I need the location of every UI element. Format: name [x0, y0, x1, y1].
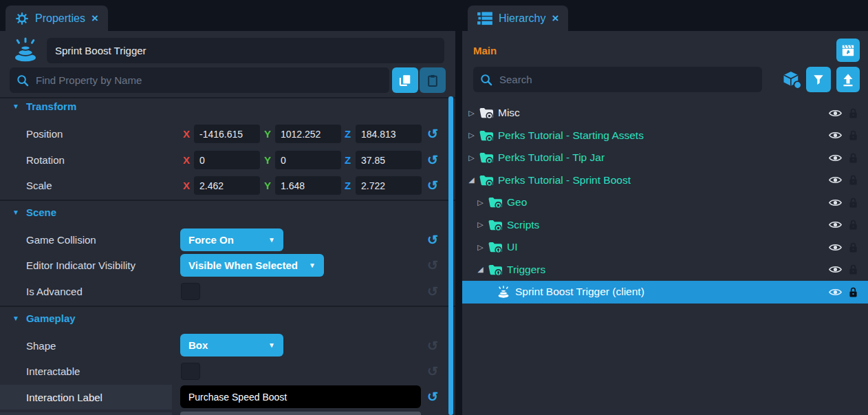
visibility-eye-icon[interactable]	[829, 243, 842, 252]
chevron-down-icon: ▼	[268, 341, 275, 349]
upload-arrow-icon	[841, 73, 855, 87]
hierarchy-list-icon	[477, 12, 492, 25]
position-z-input[interactable]	[356, 125, 422, 143]
reset-is-advanced-button[interactable]: ↺	[424, 282, 441, 301]
tree-row[interactable]: ▷Misc	[462, 102, 868, 125]
reset-interactable-button[interactable]: ↺	[424, 362, 441, 381]
tree-row[interactable]: ▷Perks Tutorial - Tip Jar	[462, 147, 868, 169]
folder-pin-icon	[488, 241, 502, 253]
rotation-z-input[interactable]	[356, 151, 422, 169]
editor-indicator-visibility-dropdown[interactable]: Visible When Selected ▼	[180, 254, 324, 277]
tree-item-label: Sprint Boost Trigger (client)	[515, 286, 644, 298]
close-icon[interactable]: ×	[552, 12, 558, 24]
tree-row[interactable]: ▷Geo	[462, 191, 868, 214]
gameplay-section-header[interactable]: ▼ Gameplay	[12, 311, 76, 325]
collapse-arrow-icon[interactable]: ◢	[466, 175, 477, 184]
folder-cube-icon	[479, 107, 493, 119]
reset-position-button[interactable]: ↺	[424, 125, 441, 143]
position-y-input[interactable]	[275, 125, 341, 143]
properties-scrollbar[interactable]	[448, 96, 453, 415]
tree-row[interactable]: Sprint Boost Trigger (client)	[462, 281, 868, 304]
visibility-eye-icon[interactable]	[829, 220, 842, 229]
lock-icon[interactable]	[849, 264, 858, 275]
visibility-eye-icon[interactable]	[829, 153, 842, 162]
property-search-input[interactable]	[34, 74, 382, 87]
lock-icon[interactable]	[849, 242, 858, 253]
interactable-checkbox[interactable]	[181, 363, 200, 380]
axis-z-label: Z	[345, 176, 356, 195]
scene-name-label: Main	[473, 45, 497, 56]
is-advanced-checkbox[interactable]	[181, 283, 200, 300]
collapse-arrow-icon[interactable]: ◢	[475, 265, 486, 274]
position-x-input[interactable]	[194, 125, 260, 143]
property-search	[10, 67, 389, 93]
lock-icon[interactable]	[849, 107, 858, 119]
paste-properties-button[interactable]	[420, 67, 446, 93]
section-divider	[0, 97, 455, 98]
rotation-label: Rotation	[26, 151, 65, 169]
cube-asset-icon[interactable]	[781, 70, 802, 89]
visibility-eye-icon[interactable]	[829, 198, 842, 207]
visibility-eye-icon[interactable]	[829, 175, 842, 184]
upload-button[interactable]	[836, 67, 860, 92]
expand-arrow-icon[interactable]: ▷	[466, 131, 477, 140]
close-icon[interactable]: ×	[91, 12, 98, 24]
reset-shape-button[interactable]: ↺	[424, 337, 441, 355]
lock-icon[interactable]	[849, 197, 858, 209]
filter-button[interactable]	[806, 67, 831, 92]
interaction-label-input[interactable]	[180, 385, 421, 408]
tab-hierarchy[interactable]: Hierarchy ×	[468, 6, 568, 31]
tree-row[interactable]: ▷Perks Tutorial - Starting Assets	[462, 125, 868, 147]
reset-editor-indicator-button[interactable]: ↺	[424, 256, 441, 275]
lock-icon[interactable]	[849, 129, 858, 141]
clapperboard-rocket-icon	[841, 43, 855, 57]
lock-icon[interactable]	[849, 174, 858, 186]
visibility-eye-icon[interactable]	[829, 288, 842, 297]
axis-x-label: X	[183, 176, 194, 195]
expand-arrow-icon[interactable]: ▷	[475, 220, 486, 229]
lock-icon[interactable]	[849, 219, 858, 231]
play-scene-button[interactable]	[836, 39, 860, 62]
scale-y-input[interactable]	[275, 176, 341, 195]
visibility-eye-icon[interactable]	[829, 131, 842, 140]
tree-item-label: Perks Tutorial - Sprint Boost	[498, 174, 631, 187]
reset-rotation-button[interactable]: ↺	[424, 151, 441, 169]
tree-row[interactable]: ▷Scripts	[462, 214, 868, 237]
axis-z-label: Z	[345, 151, 356, 169]
reset-interaction-label-button[interactable]: ↺	[424, 387, 441, 406]
axis-z-label: Z	[345, 125, 356, 143]
visibility-eye-icon[interactable]	[829, 109, 842, 118]
scene-section-header[interactable]: ▼ Scene	[12, 205, 56, 219]
reset-scale-button[interactable]: ↺	[424, 176, 441, 195]
folder-cube-icon	[488, 219, 502, 231]
tree-item-label: UI	[507, 241, 518, 253]
scale-z-input[interactable]	[356, 176, 422, 195]
tree-row[interactable]: ▷UI	[462, 236, 868, 259]
copy-properties-button[interactable]	[392, 67, 418, 93]
rotation-x-input[interactable]	[194, 151, 260, 169]
folder-cube-icon	[479, 151, 493, 164]
folder-cube-icon	[479, 129, 493, 142]
tree-row[interactable]: ◢Triggers	[462, 259, 868, 281]
lock-icon[interactable]	[849, 286, 858, 298]
section-divider	[0, 306, 455, 307]
lock-icon[interactable]	[849, 152, 858, 164]
object-name-input[interactable]	[47, 38, 444, 63]
reset-game-collision-button[interactable]: ↺	[424, 231, 441, 249]
transform-section-header[interactable]: ▼ Transform	[12, 99, 76, 113]
visibility-eye-icon[interactable]	[829, 265, 842, 274]
shape-dropdown[interactable]: Box ▼	[180, 334, 283, 357]
hierarchy-search-input[interactable]	[498, 73, 755, 86]
scale-x-input[interactable]	[194, 176, 260, 195]
expand-arrow-icon[interactable]: ▷	[466, 153, 477, 162]
tree-item-label: Geo	[507, 196, 527, 209]
game-collision-dropdown[interactable]: Force On ▼	[180, 228, 283, 251]
rotation-y-input[interactable]	[275, 151, 341, 169]
tree-row[interactable]: ◢Perks Tutorial - Sprint Boost	[462, 169, 868, 192]
expand-arrow-icon[interactable]: ▷	[475, 198, 486, 207]
interactable-label: Interactable	[26, 362, 80, 381]
tab-properties[interactable]: Properties ×	[6, 6, 108, 31]
expand-arrow-icon[interactable]: ▷	[475, 243, 486, 252]
search-icon	[17, 74, 29, 87]
expand-arrow-icon[interactable]: ▷	[466, 109, 477, 118]
